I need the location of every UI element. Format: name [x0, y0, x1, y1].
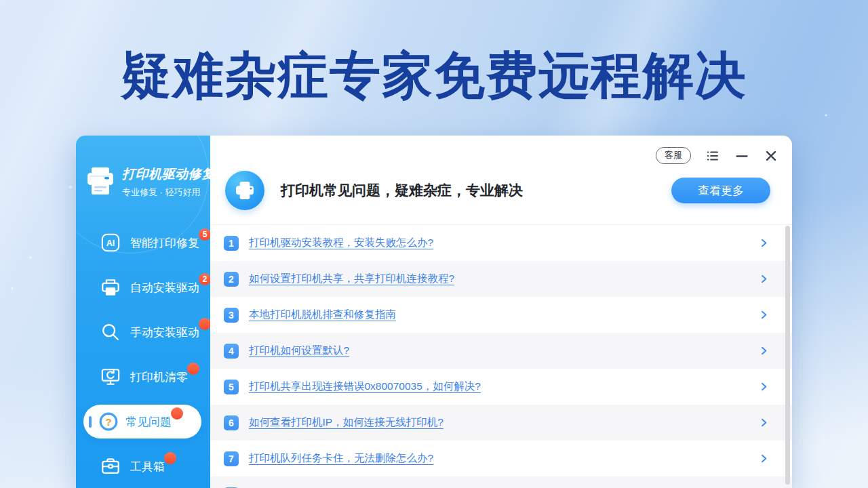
customer-service-button[interactable]: 客服 — [656, 147, 691, 164]
sidebar-item-label: 打印机清零 — [130, 371, 188, 384]
notification-badge — [171, 407, 183, 420]
faq-link[interactable]: 打印机驱动安装教程，安装失败怎么办? — [249, 236, 433, 250]
sidebar-item-magnifier[interactable]: 手动安装驱动 — [76, 310, 210, 354]
view-more-button[interactable]: 查看更多 — [671, 178, 770, 203]
faq-row[interactable]: 5 打印机共享出现连接错误0x80070035，如何解决? — [210, 369, 792, 405]
titlebar: 客服 — [656, 147, 778, 164]
printer-outline-icon — [100, 277, 121, 298]
magnifier-icon — [100, 322, 121, 342]
faq-link[interactable]: 打印机共享出现连接错误0x80070035，如何解决? — [249, 380, 481, 394]
printer-logo-icon — [84, 164, 117, 199]
faq-header-title: 打印机常见问题，疑难杂症，专业解决 — [281, 181, 671, 200]
close-icon[interactable] — [764, 148, 778, 163]
sidebar-item-label: 工具箱 — [130, 460, 165, 473]
faq-list: 1 打印机驱动安装教程，安装失败怎么办? 2 如何设置打印机共享，共享打印机连接… — [210, 224, 792, 488]
faq-number-badge: 4 — [224, 344, 239, 359]
sidebar-item-label: 常见问题 — [125, 415, 172, 428]
question-icon: ? — [98, 411, 119, 432]
sidebar-item-printer-outline[interactable]: 自动安装驱动 2 — [76, 265, 210, 310]
faq-number-badge: 7 — [224, 451, 239, 466]
app-window: 打印机驱动修复 专业修复 · 轻巧好用 AI 智能打印修复 5 自动安装驱动 2 — [76, 136, 792, 488]
menu-list-icon[interactable] — [705, 148, 720, 163]
faq-row[interactable]: 4 打印机如何设置默认? — [210, 333, 792, 369]
notification-badge — [199, 318, 210, 330]
sidebar-item-label: 智能打印修复 — [130, 237, 199, 249]
sidebar-item-ai[interactable]: AI 智能打印修复 5 — [76, 220, 210, 265]
minimize-icon[interactable] — [734, 148, 749, 163]
sidebar-item-monitor-reset[interactable]: 打印机清零 — [76, 354, 210, 399]
faq-row[interactable]: 1 打印机驱动安装教程，安装失败怎么办? — [210, 225, 792, 261]
ai-icon: AI — [100, 232, 121, 253]
faq-number-badge: 1 — [224, 236, 239, 251]
faq-link[interactable]: 如何设置打印机共享，共享打印机连接教程? — [249, 272, 454, 286]
sidebar-item-toolbox[interactable]: 工具箱 — [76, 444, 210, 488]
sidebar-menu: AI 智能打印修复 5 自动安装驱动 2 手动安装驱动 — [76, 220, 210, 488]
notification-badge — [164, 452, 176, 464]
faq-row[interactable]: 8 — [210, 476, 792, 488]
faq-link[interactable]: 打印机队列任务卡住，无法删除怎么办? — [249, 451, 433, 466]
sidebar-item-label: 手动安装驱动 — [130, 326, 199, 339]
faq-number-badge: 6 — [224, 415, 239, 430]
faq-row[interactable]: 2 如何设置打印机共享，共享打印机连接教程? — [210, 261, 792, 297]
faq-link[interactable]: 打印机如何设置默认? — [249, 344, 349, 358]
faq-row[interactable]: 6 如何查看打印机IP，如何连接无线打印机? — [210, 405, 792, 441]
svg-text:AI: AI — [106, 239, 115, 248]
chevron-right-icon[interactable] — [759, 452, 769, 465]
notification-badge: 5 — [199, 228, 210, 241]
app-title: 打印机驱动修复 — [122, 165, 210, 183]
faq-number-badge: 5 — [224, 380, 239, 394]
faq-link[interactable]: 如何查看打印机IP，如何连接无线打印机? — [249, 415, 443, 430]
faq-header: 打印机常见问题，疑难杂症，专业解决 查看更多 — [225, 171, 770, 210]
chevron-right-icon[interactable] — [759, 344, 769, 357]
sidebar: 打印机驱动修复 专业修复 · 轻巧好用 AI 智能打印修复 5 自动安装驱动 2 — [76, 136, 210, 488]
chevron-right-icon[interactable] — [759, 380, 769, 393]
faq-link[interactable]: 本地打印机脱机排查和修复指南 — [249, 308, 396, 322]
faq-number-badge: 2 — [224, 272, 239, 287]
selected-indicator — [89, 416, 92, 428]
printer-circle-icon — [225, 171, 264, 210]
faq-number-badge: 3 — [224, 308, 239, 323]
scrollbar-thumb[interactable] — [785, 226, 790, 485]
notification-badge — [187, 363, 199, 375]
sidebar-item-question[interactable]: ? 常见问题 — [83, 405, 201, 439]
chevron-right-icon[interactable] — [759, 308, 769, 321]
sidebar-item-label: 自动安装驱动 — [130, 281, 199, 294]
svg-text:?: ? — [105, 416, 111, 428]
chevron-right-icon[interactable] — [759, 416, 769, 429]
main-panel: 客服 — [210, 136, 792, 488]
chevron-right-icon[interactable] — [759, 237, 769, 249]
page-headline: 疑难杂症专家免费远程解决 — [0, 42, 868, 110]
app-subtitle: 专业修复 · 轻巧好用 — [122, 186, 210, 199]
faq-row[interactable]: 3 本地打印机脱机排查和修复指南 — [210, 297, 792, 333]
notification-badge: 2 — [199, 273, 210, 285]
chevron-right-icon[interactable] — [759, 272, 769, 285]
faq-row[interactable]: 7 打印机队列任务卡住，无法删除怎么办? — [210, 441, 792, 476]
toolbox-icon — [100, 456, 121, 476]
monitor-reset-icon — [100, 367, 121, 387]
app-logo: 打印机驱动修复 专业修复 · 轻巧好用 — [84, 164, 210, 199]
